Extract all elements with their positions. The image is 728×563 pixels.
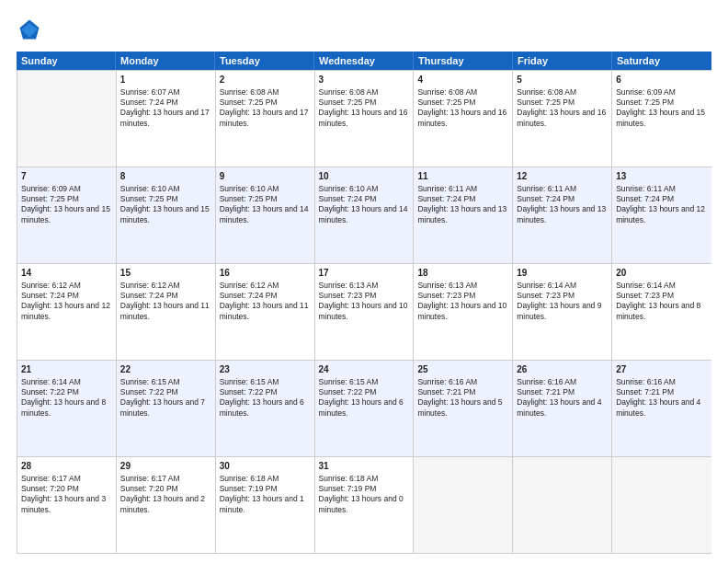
calendar-cell: 20Sunrise: 6:14 AMSunset: 7:23 PMDayligh… — [612, 264, 711, 360]
daylight-text: Daylight: 13 hours and 15 minutes. — [21, 204, 110, 224]
day-number: 7 — [21, 170, 112, 183]
sunrise-text: Sunrise: 6:08 AM — [319, 87, 379, 97]
day-number: 24 — [319, 363, 410, 376]
sunset-text: Sunset: 7:22 PM — [120, 387, 178, 396]
calendar-cell — [513, 457, 612, 553]
sunrise-text: Sunrise: 6:18 AM — [319, 474, 379, 483]
calendar-cell — [414, 457, 513, 553]
sunset-text: Sunset: 7:25 PM — [220, 194, 278, 203]
daylight-text: Daylight: 13 hours and 4 minutes. — [616, 397, 700, 417]
daylight-text: Daylight: 13 hours and 12 minutes. — [616, 204, 705, 224]
header-day: Sunday — [17, 52, 116, 70]
sunrise-text: Sunrise: 6:12 AM — [220, 281, 279, 290]
day-number: 9 — [220, 170, 311, 183]
sunset-text: Sunset: 7:22 PM — [220, 387, 278, 396]
sunset-text: Sunset: 7:20 PM — [120, 484, 178, 493]
daylight-text: Daylight: 13 hours and 10 minutes. — [319, 301, 408, 320]
sunrise-text: Sunrise: 6:14 AM — [616, 281, 676, 290]
calendar-row: 1Sunrise: 6:07 AMSunset: 7:24 PMDaylight… — [17, 71, 711, 167]
calendar-row: 7Sunrise: 6:09 AMSunset: 7:25 PMDaylight… — [17, 167, 711, 264]
calendar-cell: 10Sunrise: 6:10 AMSunset: 7:24 PMDayligh… — [315, 167, 415, 263]
calendar-cell: 15Sunrise: 6:12 AMSunset: 7:24 PMDayligh… — [117, 264, 216, 360]
day-number: 19 — [517, 267, 608, 280]
header-day: Friday — [513, 52, 612, 70]
day-number: 12 — [517, 170, 608, 183]
day-number: 11 — [417, 170, 508, 183]
daylight-text: Daylight: 13 hours and 17 minutes. — [120, 108, 210, 127]
day-number: 3 — [319, 74, 410, 86]
sunrise-text: Sunrise: 6:13 AM — [319, 281, 379, 290]
daylight-text: Daylight: 13 hours and 16 minutes. — [417, 108, 506, 127]
sunset-text: Sunset: 7:25 PM — [120, 194, 178, 203]
sunrise-text: Sunrise: 6:12 AM — [21, 281, 81, 290]
sunset-text: Sunset: 7:25 PM — [319, 98, 377, 107]
sunrise-text: Sunrise: 6:07 AM — [120, 87, 180, 97]
calendar-cell: 23Sunrise: 6:15 AMSunset: 7:22 PMDayligh… — [216, 361, 315, 456]
day-number: 2 — [220, 74, 311, 86]
sunrise-text: Sunrise: 6:10 AM — [319, 184, 379, 193]
sunrise-text: Sunrise: 6:09 AM — [21, 184, 81, 193]
calendar-cell: 25Sunrise: 6:16 AMSunset: 7:21 PMDayligh… — [414, 361, 513, 456]
header-day: Wednesday — [314, 52, 414, 70]
daylight-text: Daylight: 13 hours and 13 minutes. — [417, 204, 506, 224]
day-number: 16 — [220, 267, 311, 280]
day-number: 31 — [319, 460, 410, 473]
sunrise-text: Sunrise: 6:15 AM — [120, 377, 180, 386]
daylight-text: Daylight: 13 hours and 13 minutes. — [517, 204, 606, 224]
calendar-header: SundayMondayTuesdayWednesdayThursdayFrid… — [17, 52, 711, 70]
sunrise-text: Sunrise: 6:15 AM — [319, 377, 379, 386]
sunset-text: Sunset: 7:25 PM — [21, 194, 79, 203]
sunset-text: Sunset: 7:25 PM — [517, 98, 574, 107]
header-day: Thursday — [414, 52, 513, 70]
calendar-row: 14Sunrise: 6:12 AMSunset: 7:24 PMDayligh… — [17, 264, 711, 361]
sunset-text: Sunset: 7:19 PM — [220, 484, 278, 493]
calendar-cell — [612, 457, 711, 553]
sunrise-text: Sunrise: 6:11 AM — [517, 184, 576, 193]
sunset-text: Sunset: 7:24 PM — [319, 194, 377, 203]
sunrise-text: Sunrise: 6:18 AM — [220, 474, 279, 483]
day-number: 21 — [21, 363, 112, 376]
calendar-cell: 24Sunrise: 6:15 AMSunset: 7:22 PMDayligh… — [315, 361, 415, 456]
sunset-text: Sunset: 7:24 PM — [120, 98, 178, 107]
calendar-cell: 28Sunrise: 6:17 AMSunset: 7:20 PMDayligh… — [17, 457, 117, 553]
day-number: 22 — [120, 363, 211, 376]
daylight-text: Daylight: 13 hours and 1 minute. — [220, 494, 304, 513]
calendar-cell: 30Sunrise: 6:18 AMSunset: 7:19 PMDayligh… — [216, 457, 315, 553]
day-number: 8 — [120, 170, 211, 183]
calendar-cell: 21Sunrise: 6:14 AMSunset: 7:22 PMDayligh… — [17, 361, 117, 456]
calendar-cell: 6Sunrise: 6:09 AMSunset: 7:25 PMDaylight… — [612, 71, 711, 167]
sunset-text: Sunset: 7:25 PM — [220, 98, 278, 107]
sunset-text: Sunset: 7:24 PM — [616, 194, 674, 203]
sunset-text: Sunset: 7:25 PM — [417, 98, 475, 107]
day-number: 13 — [616, 170, 708, 183]
calendar-cell: 7Sunrise: 6:09 AMSunset: 7:25 PMDaylight… — [17, 167, 117, 263]
daylight-text: Daylight: 13 hours and 14 minutes. — [319, 204, 408, 224]
calendar-cell: 1Sunrise: 6:07 AMSunset: 7:24 PMDaylight… — [117, 71, 216, 167]
day-number: 29 — [120, 460, 211, 473]
sunrise-text: Sunrise: 6:17 AM — [120, 474, 180, 483]
sunset-text: Sunset: 7:24 PM — [417, 194, 475, 203]
daylight-text: Daylight: 13 hours and 3 minutes. — [21, 494, 106, 513]
calendar-cell: 31Sunrise: 6:18 AMSunset: 7:19 PMDayligh… — [315, 457, 415, 553]
calendar-cell: 18Sunrise: 6:13 AMSunset: 7:23 PMDayligh… — [414, 264, 513, 360]
calendar-cell: 2Sunrise: 6:08 AMSunset: 7:25 PMDaylight… — [216, 71, 315, 167]
day-number: 28 — [21, 460, 112, 473]
day-number: 4 — [417, 74, 508, 86]
calendar-cell: 12Sunrise: 6:11 AMSunset: 7:24 PMDayligh… — [513, 167, 612, 263]
sunrise-text: Sunrise: 6:08 AM — [417, 87, 477, 97]
sunrise-text: Sunrise: 6:12 AM — [120, 281, 180, 290]
daylight-text: Daylight: 13 hours and 17 minutes. — [220, 108, 309, 127]
sunset-text: Sunset: 7:24 PM — [517, 194, 574, 203]
sunset-text: Sunset: 7:21 PM — [616, 387, 674, 396]
sunrise-text: Sunrise: 6:11 AM — [417, 184, 477, 193]
calendar-cell: 19Sunrise: 6:14 AMSunset: 7:23 PMDayligh… — [513, 264, 612, 360]
day-number: 23 — [220, 363, 311, 376]
calendar-cell: 16Sunrise: 6:12 AMSunset: 7:24 PMDayligh… — [216, 264, 315, 360]
sunrise-text: Sunrise: 6:15 AM — [220, 377, 279, 386]
sunrise-text: Sunrise: 6:08 AM — [220, 87, 279, 97]
sunset-text: Sunset: 7:23 PM — [517, 291, 574, 300]
sunset-text: Sunset: 7:20 PM — [21, 484, 79, 493]
calendar-cell: 14Sunrise: 6:12 AMSunset: 7:24 PMDayligh… — [17, 264, 117, 360]
calendar-cell: 17Sunrise: 6:13 AMSunset: 7:23 PMDayligh… — [315, 264, 415, 360]
daylight-text: Daylight: 13 hours and 16 minutes. — [319, 108, 408, 127]
